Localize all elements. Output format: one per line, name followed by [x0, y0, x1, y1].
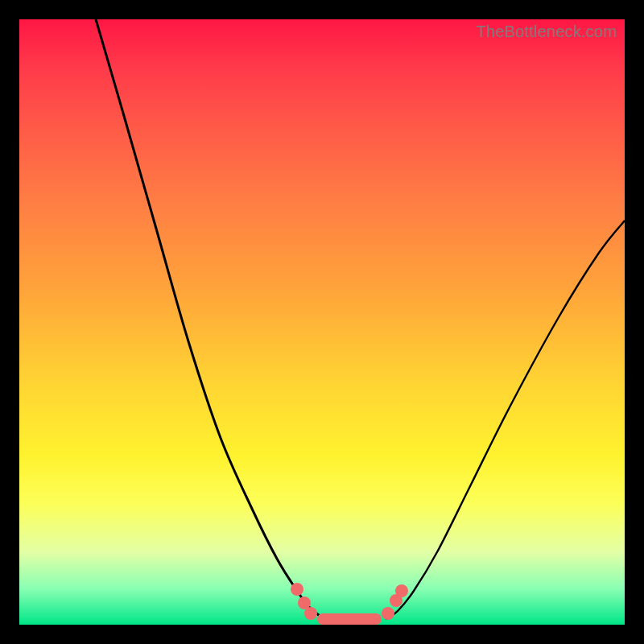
chart-frame: TheBottleneck.com — [19, 19, 625, 625]
marker-dot — [382, 607, 394, 620]
marker-dot — [395, 584, 408, 597]
marker-bar — [317, 613, 382, 625]
marker-dot — [291, 583, 303, 596]
marker-layer — [19, 19, 625, 625]
marker-dot — [304, 607, 317, 620]
watermark-text: TheBottleneck.com — [476, 23, 617, 41]
